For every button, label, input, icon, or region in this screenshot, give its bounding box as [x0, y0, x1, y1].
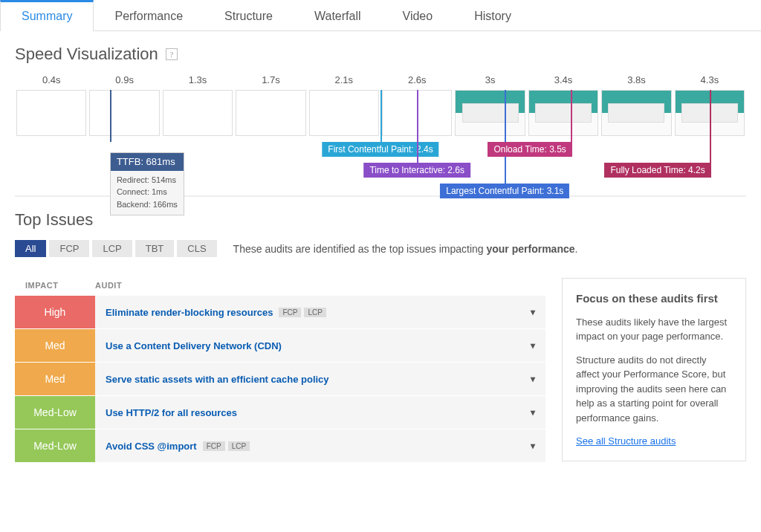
focus-panel: Focus on these audits first These audits… — [562, 278, 746, 461]
audit-cell[interactable]: Serve static assets with an efficient ca… — [95, 363, 545, 395]
audit-title: Eliminate render-blocking resources — [106, 307, 273, 318]
chevron-down-icon[interactable]: ▾ — [531, 340, 535, 351]
chevron-down-icon[interactable]: ▾ — [531, 441, 535, 451]
filter-lcp[interactable]: LCP — [92, 240, 132, 257]
tab-summary[interactable]: Summary — [0, 0, 94, 31]
time-label: 1.3s — [161, 74, 234, 90]
chevron-down-icon[interactable]: ▾ — [531, 407, 535, 418]
time-label: 1.7s — [234, 74, 307, 90]
timing-marker: Onload Time: 3.5s — [571, 90, 572, 142]
audit-cell[interactable]: Eliminate render-blocking resourcesFCPLC… — [95, 296, 545, 328]
timeline-frame[interactable] — [528, 90, 598, 136]
filter-description: These audits are identified as the top i… — [233, 243, 578, 255]
issues-container: IMPACT AUDIT HighEliminate render-blocki… — [15, 278, 746, 463]
panel-title: Focus on these audits first — [576, 291, 732, 308]
issues-table: IMPACT AUDIT HighEliminate render-blocki… — [15, 278, 545, 463]
timing-marker: Time to Interactive: 2.6s — [417, 90, 418, 163]
audit-cell[interactable]: Avoid CSS @importFCPLCP▾ — [95, 429, 545, 462]
timeline-frame[interactable] — [16, 90, 86, 136]
header-impact: IMPACT — [15, 281, 95, 290]
issue-row[interactable]: MedServe static assets with an efficient… — [15, 363, 545, 396]
impact-badge: High — [15, 296, 95, 328]
audit-title: Use HTTP/2 for all resources — [106, 407, 237, 418]
timeline-frame[interactable] — [309, 90, 379, 136]
top-issues-title: Top Issues — [15, 210, 93, 230]
main-tabs: SummaryPerformanceStructureWaterfallVide… — [0, 0, 761, 31]
tab-video[interactable]: Video — [382, 0, 454, 30]
issue-row[interactable]: MedUse a Content Delivery Network (CDN)▾ — [15, 329, 545, 363]
time-label: 0.9s — [88, 74, 161, 90]
timing-label: Fully Loaded Time: 4.2s — [604, 163, 710, 178]
audit-title: Avoid CSS @import — [106, 441, 197, 452]
tab-performance[interactable]: Performance — [94, 0, 204, 30]
impact-badge: Med-Low — [15, 396, 95, 429]
issue-row[interactable]: HighEliminate render-blocking resourcesF… — [15, 296, 545, 329]
see-all-link[interactable]: See all Structure audits — [576, 435, 676, 447]
help-icon[interactable]: ? — [166, 48, 178, 60]
chevron-down-icon[interactable]: ▾ — [531, 307, 535, 317]
audit-cell[interactable]: Use HTTP/2 for all resources▾ — [95, 396, 545, 429]
filter-cls[interactable]: CLS — [177, 240, 216, 257]
speed-timeline: 0.4s0.9s1.3s1.7s2.1s2.6s3s3.4s3.8s4.3s F… — [15, 74, 746, 195]
audit-tag: LCP — [228, 441, 250, 451]
panel-p1: These audits likely have the largest imp… — [576, 315, 732, 344]
timeline-frame[interactable] — [236, 90, 305, 136]
impact-badge: Med — [15, 329, 95, 362]
timing-label: Time to Interactive: 2.6s — [363, 163, 470, 178]
time-label: 2.1s — [308, 74, 380, 90]
top-issues-section: Top Issues AllFCPLCPTBTCLSThese audits a… — [0, 197, 761, 463]
time-label: 0.4s — [15, 74, 88, 90]
speed-vis-title: Speed Visualization — [15, 45, 158, 64]
tab-waterfall[interactable]: Waterfall — [294, 0, 382, 30]
tab-structure[interactable]: Structure — [204, 0, 294, 30]
panel-p2: Structure audits do not directly affect … — [576, 353, 732, 426]
timing-label: First Contentful Paint: 2.4s — [322, 142, 438, 157]
impact-badge: Med — [15, 363, 95, 395]
audit-tag: FCP — [203, 441, 225, 451]
issue-row[interactable]: Med-LowUse HTTP/2 for all resources▾ — [15, 396, 545, 429]
timeline-frame[interactable] — [601, 90, 671, 136]
header-audit: AUDIT — [95, 281, 545, 290]
audit-tag: LCP — [304, 308, 326, 317]
audit-cell[interactable]: Use a Content Delivery Network (CDN)▾ — [95, 329, 545, 362]
time-label: 4.3s — [673, 74, 746, 90]
audit-tag: FCP — [279, 308, 301, 317]
timeline-frame[interactable] — [163, 90, 233, 136]
time-label: 2.6s — [380, 74, 453, 90]
audit-title: Use a Content Delivery Network (CDN) — [106, 340, 282, 351]
timeline-frame[interactable] — [455, 90, 525, 136]
section-title: Speed Visualization ? — [15, 45, 746, 64]
tab-history[interactable]: History — [453, 0, 532, 30]
timing-marker: First Contentful Paint: 2.4s — [380, 90, 382, 142]
time-label: 3.4s — [527, 74, 600, 90]
time-label: 3s — [453, 74, 526, 90]
ttfb-line: Backend: 166ms — [117, 198, 178, 211]
speed-visualization-section: Speed Visualization ? 0.4s0.9s1.3s1.7s2.… — [0, 31, 761, 195]
issue-row[interactable]: Med-LowAvoid CSS @importFCPLCP▾ — [15, 429, 545, 463]
timing-label: Onload Time: 3.5s — [488, 142, 571, 157]
filter-row: AllFCPLCPTBTCLSThese audits are identifi… — [15, 240, 746, 257]
ttfb-label: TTFB: 681ms — [111, 153, 184, 171]
timing-label: Largest Contentful Paint: 3.1s — [440, 184, 569, 198]
impact-badge: Med-Low — [15, 429, 95, 462]
table-header: IMPACT AUDIT — [15, 278, 545, 296]
filter-tbt[interactable]: TBT — [135, 240, 175, 257]
timeline-frame[interactable] — [89, 90, 159, 136]
audit-title: Serve static assets with an efficient ca… — [106, 374, 329, 385]
filter-fcp[interactable]: FCP — [49, 240, 89, 257]
ttfb-line: Connect: 1ms — [117, 186, 178, 198]
filter-all[interactable]: All — [15, 240, 46, 257]
ttfb-line: Redirect: 514ms — [117, 174, 178, 186]
timing-marker: Largest Contentful Paint: 3.1s — [505, 90, 506, 184]
ttfb-marker: TTFB: 681msRedirect: 514msConnect: 1msBa… — [110, 90, 111, 142]
ttfb-box: TTFB: 681msRedirect: 514msConnect: 1msBa… — [110, 152, 184, 215]
timing-marker: Fully Loaded Time: 4.2s — [710, 90, 711, 163]
time-label: 3.8s — [600, 74, 673, 90]
chevron-down-icon[interactable]: ▾ — [531, 374, 535, 384]
